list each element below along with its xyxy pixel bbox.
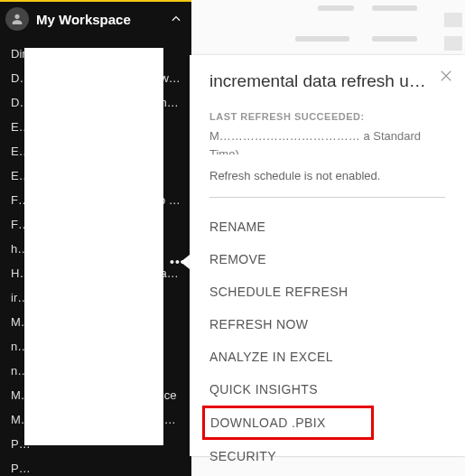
menu-rename[interactable]: RENAME bbox=[209, 210, 445, 243]
sidebar-item[interactable]: P… bbox=[0, 456, 191, 476]
menu-quick-insights[interactable]: QUICK INSIGHTS bbox=[209, 373, 445, 406]
workspace-header[interactable]: My Workspace bbox=[0, 0, 191, 36]
menu-remove[interactable]: REMOVE bbox=[209, 243, 445, 275]
user-avatar-icon bbox=[5, 7, 29, 31]
workspace-title: My Workspace bbox=[36, 12, 170, 27]
menu-schedule-refresh[interactable]: SCHEDULE REFRESH bbox=[209, 275, 445, 308]
schedule-status: Refresh schedule is not enabled. bbox=[209, 169, 445, 182]
last-refresh-label: LAST REFRESH SUCCEEDED: bbox=[209, 111, 445, 122]
redaction-overlay bbox=[24, 48, 163, 445]
divider bbox=[209, 197, 445, 198]
last-refresh-info: M……………………………… a Standard Time) bbox=[209, 127, 445, 154]
menu-security[interactable]: SECURITY bbox=[209, 440, 445, 472]
panel-title: incremental data refresh usi… bbox=[209, 71, 445, 95]
close-icon[interactable] bbox=[438, 68, 454, 84]
dataset-context-panel: incremental data refresh usi… LAST REFRE… bbox=[190, 55, 465, 456]
flyout-pointer-icon bbox=[181, 255, 190, 269]
context-menu: RENAME REMOVE SCHEDULE REFRESH REFRESH N… bbox=[209, 210, 445, 472]
menu-refresh-now[interactable]: REFRESH NOW bbox=[209, 308, 445, 341]
menu-analyze-in-excel[interactable]: ANALYZE IN EXCEL bbox=[209, 341, 445, 373]
chevron-up-icon[interactable] bbox=[170, 13, 182, 25]
menu-download-pbix[interactable]: DOWNLOAD .PBIX bbox=[202, 406, 374, 440]
content-grid-background bbox=[191, 0, 465, 55]
